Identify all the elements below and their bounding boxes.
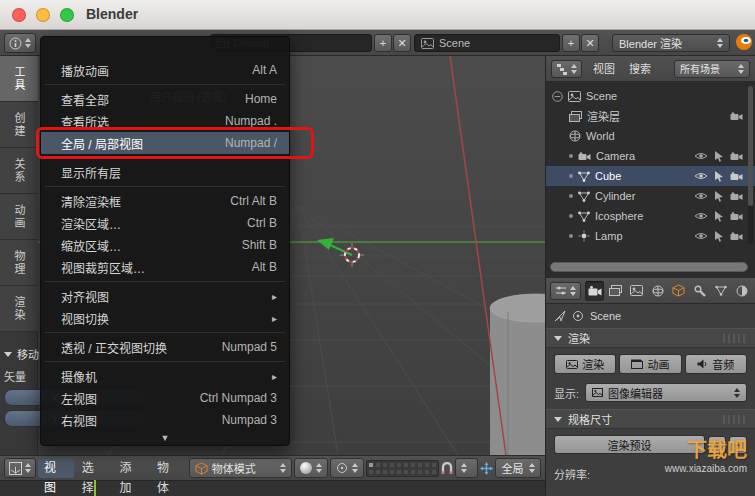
render-restrict-camera-icon[interactable] xyxy=(730,212,743,221)
menu-item-left-view[interactable]: 左视图Ctrl Numpad 3 xyxy=(41,387,289,409)
tool-tab-relations[interactable]: 关系 xyxy=(0,148,38,194)
tool-tab-create[interactable]: 创建 xyxy=(0,102,38,148)
preset-add-button[interactable]: + xyxy=(708,436,726,454)
viewport-shading-drop[interactable] xyxy=(294,458,328,478)
render-restrict-camera-icon[interactable] xyxy=(730,172,743,181)
outliner-menu-view[interactable]: 视图 xyxy=(590,59,618,79)
tab-material[interactable] xyxy=(732,281,751,301)
menu-object[interactable]: 物体 xyxy=(151,458,187,478)
tool-tab-tools[interactable]: 工具 xyxy=(0,56,38,102)
cylinder-object[interactable] xyxy=(490,294,545,455)
render-restrict-camera-icon[interactable] xyxy=(730,192,743,201)
menu-item-zoom-border[interactable]: 缩放区域…Shift B xyxy=(41,234,289,256)
render-panel-header[interactable]: 渲染 xyxy=(546,328,755,348)
selectability-cursor-icon[interactable] xyxy=(714,230,724,242)
snap-element-dropdown[interactable] xyxy=(455,458,479,478)
menu-item-show-all-layers[interactable]: 显示所有层 xyxy=(41,161,289,183)
outliner-row-icosphere[interactable]: Icosphere xyxy=(546,206,755,226)
menu-item-clear-render-border[interactable]: 清除渲染框Ctrl Alt B xyxy=(41,190,289,212)
selectability-cursor-icon[interactable] xyxy=(714,150,724,162)
expander-dot[interactable] xyxy=(569,194,573,198)
menu-item-clipping-border[interactable]: 视图裁剪区域…Alt B xyxy=(41,256,289,278)
expander-dot[interactable] xyxy=(569,234,573,238)
timeline-playhead[interactable] xyxy=(94,480,96,496)
tab-render-layers[interactable] xyxy=(606,281,625,301)
animation-button[interactable]: 动画 xyxy=(619,354,681,374)
visibility-eye-icon[interactable] xyxy=(694,191,708,201)
menu-item-align-view[interactable]: 对齐视图▸ xyxy=(41,285,289,307)
menu-item-right-view[interactable]: 右视图Numpad 3 xyxy=(41,409,289,431)
menu-add[interactable]: 添加 xyxy=(113,458,149,478)
layers-widget[interactable] xyxy=(366,460,439,477)
outliner-row-scene[interactable]: Scene xyxy=(546,86,755,106)
tab-render[interactable] xyxy=(585,281,604,301)
outliner-row-cylinder[interactable]: Cylinder xyxy=(546,186,755,206)
add-layout-button[interactable]: + xyxy=(374,34,392,52)
tab-scene[interactable] xyxy=(627,281,646,301)
editor-type-3dview-button[interactable] xyxy=(4,458,36,478)
editor-type-properties-button[interactable] xyxy=(550,282,581,300)
menu-item-persp-ortho-toggle[interactable]: 透视 / 正交视图切换Numpad 5 xyxy=(41,336,289,358)
editor-type-outliner-button[interactable] xyxy=(551,60,582,78)
visibility-eye-icon[interactable] xyxy=(694,151,708,161)
close-button[interactable] xyxy=(12,8,26,22)
collapse-minus-icon[interactable] xyxy=(552,91,563,102)
menu-item-view-all[interactable]: 查看全部Home xyxy=(41,88,289,110)
audio-button[interactable]: 音频 xyxy=(685,354,747,374)
outliner-horizontal-scrollbar[interactable] xyxy=(550,262,748,272)
render-button[interactable]: 渲染 xyxy=(554,354,616,374)
manipulator-translate-icon[interactable] xyxy=(480,462,493,475)
menu-item-view-navigation[interactable]: 视图切换▸ xyxy=(41,307,289,329)
tool-tab-render[interactable]: 渲染 xyxy=(0,286,38,332)
tool-tab-animation[interactable]: 动画 xyxy=(0,194,38,240)
menu-scroll-more-icon[interactable]: ▼ xyxy=(41,431,289,445)
visibility-eye-icon[interactable] xyxy=(694,231,708,241)
snap-magnet-icon[interactable] xyxy=(441,462,453,475)
breadcrumb-scene-label[interactable]: Scene xyxy=(590,310,621,322)
outliner-row-lamp[interactable]: Lamp xyxy=(546,226,755,246)
zoom-button[interactable] xyxy=(60,8,74,22)
mode-dropdown[interactable]: 物体模式 xyxy=(189,458,292,478)
outliner-row-renderlayers[interactable]: 渲染层 xyxy=(546,106,755,126)
outliner-row-world[interactable]: World xyxy=(546,126,755,146)
outliner-row-camera[interactable]: Camera xyxy=(546,146,755,166)
expander-dot[interactable] xyxy=(569,214,573,218)
display-mode-dropdown[interactable]: 图像编辑器 xyxy=(585,383,747,402)
menu-item-play-animation[interactable]: 播放动画Alt A xyxy=(41,59,289,81)
outliner-vertical-scrollbar[interactable] xyxy=(748,86,753,244)
tool-tab-physics[interactable]: 物理 xyxy=(0,240,38,286)
visibility-eye-icon[interactable] xyxy=(694,171,708,181)
expander-dot[interactable] xyxy=(569,154,573,158)
menu-select[interactable]: 选择 xyxy=(76,458,112,478)
render-restrict-camera-icon[interactable] xyxy=(730,152,743,161)
editor-type-info-button[interactable] xyxy=(4,33,36,53)
tab-object[interactable] xyxy=(669,281,688,301)
outliner-filter-dropdown[interactable]: 所有场景 xyxy=(674,60,750,78)
outliner-row-cube[interactable]: Cube xyxy=(546,166,755,186)
dimensions-panel-header[interactable]: 规格尺寸 xyxy=(546,409,755,429)
pivot-point-dropdown[interactable] xyxy=(330,458,364,478)
add-scene-button[interactable]: + xyxy=(562,34,580,52)
unlink-layout-button[interactable]: ✕ xyxy=(393,34,411,52)
tab-world[interactable] xyxy=(648,281,667,301)
outliner-menu-search[interactable]: 搜索 xyxy=(626,59,654,79)
render-restrict-camera-icon[interactable] xyxy=(730,232,743,241)
selectability-cursor-icon[interactable] xyxy=(714,190,724,202)
render-restrict-camera-icon[interactable] xyxy=(730,112,743,121)
render-engine-dropdown[interactable]: Blender 渲染 xyxy=(612,34,730,52)
preset-remove-button[interactable]: − xyxy=(729,436,747,454)
menu-item-render-border[interactable]: 渲染区域…Ctrl B xyxy=(41,212,289,234)
transform-orientation-dropdown[interactable]: 全局 xyxy=(495,458,541,478)
minimize-button[interactable] xyxy=(36,8,50,22)
unlink-scene-button[interactable]: ✕ xyxy=(581,34,599,52)
tab-modifiers[interactable] xyxy=(690,281,709,301)
selectability-cursor-icon[interactable] xyxy=(714,170,724,182)
visibility-eye-icon[interactable] xyxy=(694,211,708,221)
expander-dot[interactable] xyxy=(569,174,573,178)
tab-object-data[interactable] xyxy=(711,281,730,301)
menu-view[interactable]: 视图 xyxy=(38,458,74,478)
render-presets-dropdown[interactable]: 渲染预设 xyxy=(554,435,705,454)
selectability-cursor-icon[interactable] xyxy=(714,210,724,222)
menu-item-cameras[interactable]: 摄像机▸ xyxy=(41,365,289,387)
scene-selector[interactable]: Scene xyxy=(414,34,560,52)
